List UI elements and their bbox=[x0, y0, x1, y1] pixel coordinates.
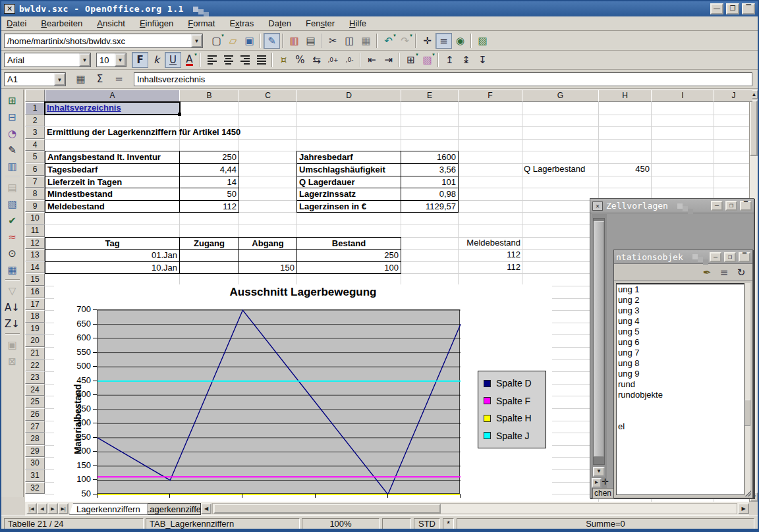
row-header-8[interactable]: 8 bbox=[25, 188, 45, 200]
cell-A13[interactable]: 01.Jan bbox=[45, 249, 180, 262]
row-header-16[interactable]: 16 bbox=[25, 286, 45, 298]
align-bottom-button[interactable]: ↧ bbox=[474, 52, 491, 68]
column-header-J[interactable]: J bbox=[714, 90, 752, 102]
menu-format[interactable]: Format bbox=[188, 18, 215, 28]
sum-field[interactable]: Summe=0 bbox=[457, 518, 754, 529]
selection-mode-field[interactable]: STD bbox=[414, 518, 440, 529]
style-list-item-5[interactable]: ung 5 bbox=[617, 327, 744, 337]
menu-einfgen[interactable]: Einfügen bbox=[140, 18, 173, 28]
style-list-item-4[interactable]: ung 4 bbox=[617, 316, 744, 327]
cell-B14[interactable] bbox=[179, 261, 239, 275]
font-size-combobox[interactable]: ▼ bbox=[96, 53, 126, 67]
url-dropdown-icon[interactable]: ▼ bbox=[191, 34, 202, 47]
new-document-button[interactable]: ▢▼ bbox=[208, 33, 225, 49]
previous-sheet-icon[interactable]: ◀ bbox=[37, 503, 47, 514]
align-right-button[interactable] bbox=[237, 52, 253, 68]
cell-A6[interactable]: Tagesbedarf bbox=[45, 163, 180, 176]
menu-bearbeiten[interactable]: Bearbeiten bbox=[41, 18, 82, 28]
percent-format-button[interactable]: % bbox=[292, 52, 308, 68]
row-header-23[interactable]: 23 bbox=[25, 371, 45, 384]
cell-B5[interactable]: 250 bbox=[179, 151, 239, 164]
style-list-item-10[interactable]: rund bbox=[617, 379, 744, 390]
cell-B13[interactable] bbox=[179, 249, 239, 262]
export-pdf-button[interactable]: ▥ bbox=[286, 33, 302, 49]
italic-button[interactable]: k bbox=[148, 52, 165, 68]
cell-E9[interactable]: 1129,57 bbox=[401, 200, 459, 213]
formula-input[interactable] bbox=[137, 73, 752, 86]
cut-button[interactable]: ✂ bbox=[325, 33, 341, 49]
underline-button[interactable]: U bbox=[165, 52, 181, 68]
font-color-dropdown-icon[interactable]: ▼ bbox=[194, 53, 198, 57]
style-list-item-9[interactable]: ung 9 bbox=[617, 369, 744, 379]
cell-A1[interactable]: Inhaltsverzeichnis bbox=[45, 102, 180, 115]
function-autopilot-button[interactable]: ▦ bbox=[72, 71, 89, 87]
copy-button[interactable]: ◫ bbox=[341, 33, 358, 49]
style-list-item-8[interactable]: ung 8 bbox=[617, 358, 744, 369]
close-icon[interactable]: ✕ bbox=[592, 201, 603, 211]
url-combobox[interactable]: ▼ bbox=[4, 34, 203, 48]
row-header-6[interactable]: 6 bbox=[25, 163, 45, 176]
name-box[interactable]: ▼ bbox=[4, 72, 66, 86]
shade-window-icon[interactable]: ▔ bbox=[739, 252, 750, 262]
style-list-item-2[interactable]: ung 2 bbox=[617, 295, 744, 306]
row-header-10[interactable]: 10 bbox=[25, 212, 45, 225]
nav-right-icon[interactable]: ► bbox=[592, 478, 602, 488]
select-all-corner[interactable] bbox=[25, 90, 45, 102]
cell-C12[interactable]: Abgang bbox=[239, 237, 297, 250]
cell-F13[interactable]: 112 bbox=[458, 249, 522, 261]
maximize-window-icon[interactable]: ❐ bbox=[724, 252, 736, 262]
row-header-24[interactable]: 24 bbox=[25, 384, 45, 396]
name-box-dropdown-icon[interactable]: ▼ bbox=[54, 73, 65, 86]
align-center-button[interactable] bbox=[220, 52, 237, 68]
background-color-dropdown-icon[interactable]: ▼ bbox=[432, 53, 436, 57]
decrease-indent-button[interactable]: ⇤ bbox=[364, 52, 380, 68]
cell-D7[interactable]: Q Lagerdauer bbox=[296, 176, 401, 189]
edit-file-button[interactable]: ✎ bbox=[264, 33, 280, 49]
spellcheck-button[interactable]: ✔ bbox=[4, 212, 21, 228]
add-decimal-button[interactable]: ,0+ bbox=[325, 52, 341, 68]
background-color-button[interactable]: ▧▼ bbox=[419, 52, 436, 68]
vertical-scrollbar-thumb[interactable] bbox=[750, 100, 758, 156]
style-list[interactable]: ung 1ung 2ung 3ung 4ung 5ung 6ung 7ung 8… bbox=[616, 283, 745, 495]
row-header-1[interactable]: 1 bbox=[25, 102, 45, 115]
formula-button[interactable]: = bbox=[111, 71, 127, 87]
update-style-button[interactable]: ↻ bbox=[734, 266, 748, 279]
fill-format-mode-button[interactable]: ✒ bbox=[700, 266, 714, 279]
font-size-dropdown-icon[interactable]: ▼ bbox=[115, 53, 126, 66]
redo-dropdown-icon[interactable]: ▼ bbox=[409, 34, 413, 38]
cell-F14[interactable]: 112 bbox=[458, 261, 522, 274]
row-header-21[interactable]: 21 bbox=[25, 347, 45, 359]
cell-D14[interactable]: 100 bbox=[296, 261, 401, 275]
font-color-button[interactable]: A▼ bbox=[181, 52, 198, 68]
style-list-scrollbar[interactable] bbox=[745, 283, 750, 495]
column-header-D[interactable]: D bbox=[296, 90, 401, 102]
row-header-14[interactable]: 14 bbox=[25, 261, 45, 274]
row-header-7[interactable]: 7 bbox=[25, 176, 45, 188]
cell-C13[interactable] bbox=[239, 249, 297, 262]
scrollbar-thumb[interactable] bbox=[594, 221, 604, 457]
cell-F12[interactable]: Meldebestand bbox=[458, 237, 522, 250]
window-menu-icon[interactable]: ✕ bbox=[4, 4, 15, 14]
cell-A5[interactable]: Anfangsbestand lt. Inventur bbox=[45, 151, 180, 164]
hyperlink-dialog-button[interactable]: ◉ bbox=[452, 33, 468, 49]
data-sources-button[interactable]: ▦ bbox=[4, 261, 21, 278]
row-header-12[interactable]: 12 bbox=[25, 237, 45, 250]
first-sheet-icon[interactable]: |◀ bbox=[26, 503, 37, 514]
cell-A8[interactable]: Mindestbestand bbox=[45, 188, 180, 201]
row-header-26[interactable]: 26 bbox=[25, 408, 45, 421]
column-header-C[interactable]: C bbox=[239, 90, 297, 102]
cell-styles-titlebar[interactable]: ✕ Zellvorlagen —❐▔ bbox=[590, 199, 754, 213]
title-bar[interactable]: ✕ bwldv.sxc - OpenOffice.org 1.1 —❐▔ bbox=[1, 1, 758, 16]
cell-D13[interactable]: 250 bbox=[296, 249, 401, 262]
borders-button[interactable]: ⊞▼ bbox=[403, 52, 419, 68]
cell-D12[interactable]: Bestand bbox=[296, 237, 401, 250]
sort-descending-button[interactable]: Z↓ bbox=[4, 315, 21, 332]
stylist-button[interactable]: ≡ bbox=[436, 33, 452, 49]
style-list-item-6[interactable]: ung 6 bbox=[617, 337, 744, 348]
row-header-17[interactable]: 17 bbox=[25, 298, 45, 311]
style-list-item-1[interactable]: ung 1 bbox=[617, 284, 744, 295]
cell-D8[interactable]: Lagerzinssatz bbox=[296, 188, 401, 201]
resize-grip[interactable] bbox=[745, 490, 751, 496]
formula-input-line[interactable] bbox=[134, 72, 752, 86]
partial-sheet-tab[interactable]: chen bbox=[592, 488, 615, 499]
